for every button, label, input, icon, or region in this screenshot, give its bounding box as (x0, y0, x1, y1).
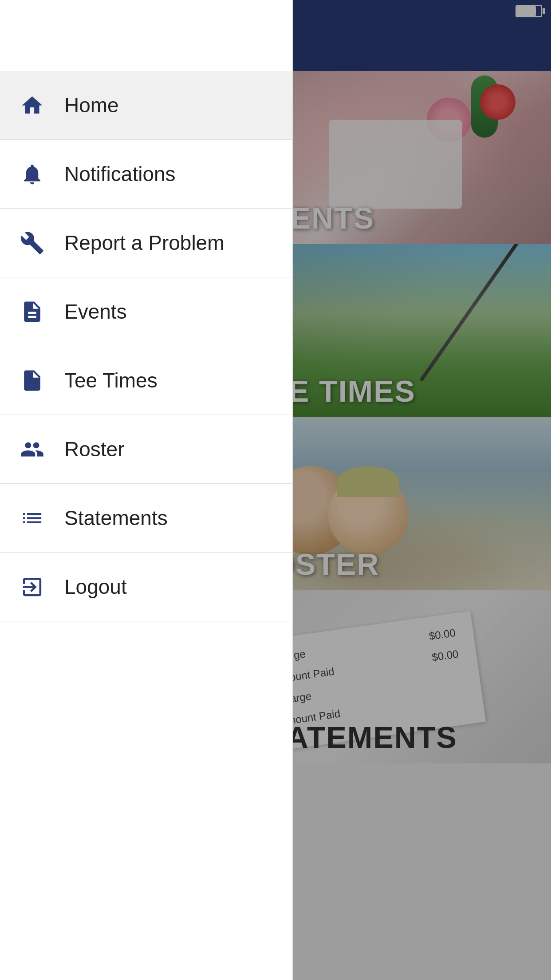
sidebar-item-home-label: Home (64, 93, 119, 117)
tee-times-document-icon (18, 366, 47, 395)
sidebar-item-tee-times-label: Tee Times (64, 368, 157, 392)
sidebar-item-notifications[interactable]: Notifications (0, 140, 292, 209)
sidebar-top-space (0, 0, 292, 71)
home-icon (18, 91, 47, 120)
list-icon (18, 504, 47, 533)
events-document-icon (18, 297, 47, 326)
sidebar-item-roster[interactable]: Roster (0, 415, 292, 484)
sidebar-item-statements[interactable]: Statements (0, 484, 292, 553)
sidebar-item-logout[interactable]: Logout (0, 553, 292, 621)
sidebar-item-notifications-label: Notifications (64, 162, 176, 186)
sidebar-item-events[interactable]: Events (0, 277, 292, 346)
wrench-icon (18, 229, 47, 257)
sidebar-item-tee-times[interactable]: Tee Times (0, 346, 292, 415)
sidebar-item-home[interactable]: Home (0, 71, 292, 140)
sidebar-item-report-problem[interactable]: Report a Problem (0, 209, 292, 277)
sidebar-item-logout-label: Logout (64, 575, 127, 599)
people-icon (18, 435, 47, 464)
logout-icon (18, 573, 47, 601)
bell-icon (18, 160, 47, 189)
sidebar: Home Notifications Report a Problem Even… (0, 0, 293, 980)
sidebar-item-report-problem-label: Report a Problem (64, 231, 224, 255)
sidebar-item-events-label: Events (64, 300, 127, 324)
sidebar-item-statements-label: Statements (64, 506, 168, 530)
sidebar-item-roster-label: Roster (64, 437, 124, 461)
